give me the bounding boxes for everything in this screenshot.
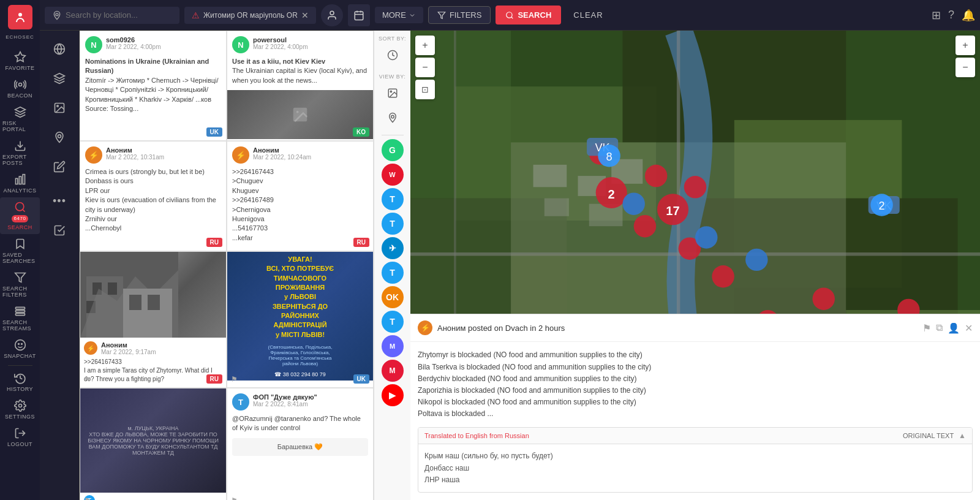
svg-rect-64 <box>545 199 569 216</box>
map-controls-right: + − <box>956 36 975 77</box>
close-tab-button[interactable]: ✕ <box>301 10 309 20</box>
user-button[interactable] <box>321 4 343 26</box>
sidebar-item-favorite[interactable]: FAVORITE <box>0 47 40 75</box>
map-tool-pin[interactable] <box>46 124 73 151</box>
location-icon <box>52 10 62 20</box>
sidebar-item-search-streams[interactable]: SEARCH STREAMS <box>0 301 40 335</box>
svg-rect-3 <box>15 178 17 184</box>
flag-post-button[interactable]: ⚑ <box>922 322 931 334</box>
location-search[interactable] <box>45 7 179 24</box>
svg-line-23 <box>511 17 513 18</box>
post-time: Mar 2 2022, 4:00pm <box>253 44 368 50</box>
svg-rect-4 <box>19 176 21 184</box>
post-card[interactable]: ⚡ Аноним Mar 2 2022, 9:17am >>264167433I… <box>80 251 227 388</box>
map-zoom-in-button-right[interactable]: + <box>956 36 975 55</box>
sidebar-item-saved-searches[interactable]: SAVED SEARCHES <box>0 234 40 268</box>
sidebar-item-risk-portal[interactable]: RISK PORTAL <box>0 102 40 136</box>
dvach-icon: ⚡ <box>418 320 432 335</box>
map-tool-more[interactable]: ••• <box>46 188 73 214</box>
map-tool-edit[interactable] <box>46 153 73 180</box>
twitter-filter-button-3[interactable]: T <box>382 262 404 284</box>
filter-sidebar: SORT BY: VIEW BY: G W T T ✈ T OK T M M ▶ <box>374 31 410 500</box>
search-tab-text: Житомир OR маріуполь OR <box>203 11 298 20</box>
map-tool-globe[interactable] <box>46 36 73 63</box>
post-meta: ФОП "Дуже дякую" Mar 2 2022, 8:41am <box>253 393 368 407</box>
map-tool-photo[interactable] <box>46 94 73 121</box>
calendar-button[interactable] <box>348 4 370 26</box>
map-zoom-out-button[interactable]: − <box>415 58 435 77</box>
svg-text:2: 2 <box>608 188 615 201</box>
search-button[interactable]: SEARCH <box>496 6 561 25</box>
post-card[interactable]: ⚡ Аноним Mar 2 2022, 10:24am >>264167443… <box>227 141 374 251</box>
sidebar-item-search[interactable]: 6470 SEARCH <box>0 197 40 234</box>
location-input[interactable] <box>66 10 157 20</box>
svg-line-7 <box>22 210 24 212</box>
sidebar-label-settings: SETTINGS <box>5 414 35 420</box>
sidebar-item-history[interactable]: HISTORY <box>0 368 40 396</box>
svg-point-12 <box>18 343 19 344</box>
post-card[interactable]: N som0926 Mar 2 2022, 4:00pm Nominations… <box>80 31 227 141</box>
post-card[interactable]: м. ЛУЦЬК, УКРАIНА ХТО ВЖЕ ДО ЛЬВОВА, МОЖ… <box>80 388 227 500</box>
open-external-button[interactable]: ⧉ <box>936 322 943 333</box>
view-image-button[interactable] <box>382 82 404 104</box>
flag-icon: ⚑ <box>84 496 91 500</box>
sidebar-label-search-streams: SEARCH STREAMS <box>2 319 37 331</box>
sort-clock-button[interactable] <box>382 44 404 66</box>
search-tab[interactable]: ⚠ Житомир OR маріуполь OR ✕ <box>184 7 316 24</box>
post-time: Mar 2 2022, 4:00pm <box>106 44 221 50</box>
app-logo <box>8 5 32 29</box>
twitter-filter-button-4[interactable]: T <box>382 311 404 333</box>
translation-box: Translated to English from Russian ORIGI… <box>418 427 973 493</box>
svg-rect-61 <box>533 165 567 187</box>
info-body: Zhytomyr is blockaded (NO food and ammun… <box>410 342 980 427</box>
map-zoom-out-button-right[interactable]: − <box>956 58 975 77</box>
twitter-filter-button-2[interactable]: T <box>382 213 404 235</box>
sidebar-item-snapchat[interactable]: SNAPCHAT <box>0 335 40 363</box>
clear-button[interactable]: CLEAR <box>566 7 610 23</box>
view-pin-button[interactable] <box>382 107 404 129</box>
notifications-icon[interactable]: 🔔 <box>962 9 975 22</box>
post-card[interactable]: N powersoul Mar 2 2022, 4:00pm Use it as… <box>227 31 374 141</box>
sidebar-item-analytics[interactable]: ANALYTICS <box>0 170 40 197</box>
sidebar-item-export-posts[interactable]: EXPORT POSTS <box>0 136 40 170</box>
odnoklassniki-filter-button[interactable]: OK <box>382 286 404 308</box>
post-meta: Аноним Mar 2 2022, 10:31am <box>106 146 221 161</box>
filters-button[interactable]: FILTERS <box>428 6 491 24</box>
post-card[interactable]: УВАГА! ВСІ, ХТО ПОТРЕБУЄ ТИМЧАСОВОГО ПРО… <box>227 251 374 388</box>
post-meta: Аноним Mar 2 2022, 9:17am <box>101 341 222 355</box>
help-icon[interactable]: ? <box>948 9 954 21</box>
svg-point-76 <box>813 287 835 309</box>
svg-marker-1 <box>15 52 25 62</box>
svg-rect-10 <box>15 310 24 312</box>
info-header-actions: ⚑ ⧉ 👤 ✕ <box>922 322 973 334</box>
topbar: ⚠ Житомир OR маріуполь OR ✕ MORE FILTERS… <box>40 0 980 31</box>
original-text-button[interactable]: ORIGINAL TEXT <box>903 432 954 439</box>
map-tool-checkbox[interactable] <box>46 217 73 244</box>
sidebar-item-logout[interactable]: LOGOUT <box>0 423 40 451</box>
post-card[interactable]: ⚡ Аноним Mar 2 2022, 10:31am Crimea is o… <box>80 141 227 251</box>
sidebar-item-beacon[interactable]: BEACON <box>0 75 40 102</box>
post-card[interactable]: T ФОП "Дуже дякую" Mar 2 2022, 8:41am @O… <box>227 388 374 500</box>
map-zoom-in-button[interactable]: + <box>415 36 435 55</box>
meetup-filter-button[interactable]: M <box>382 360 404 382</box>
svg-point-44 <box>391 115 394 118</box>
post-meta: som0926 Mar 2 2022, 4:00pm <box>106 36 221 50</box>
sidebar-item-settings[interactable]: SETTINGS <box>0 396 40 423</box>
map-layers-button[interactable]: ⊡ <box>415 80 435 99</box>
post-username: ФОП "Дуже дякую" <box>253 393 368 401</box>
sidebar-item-search-filters[interactable]: SEARCH FILTERS <box>0 268 40 301</box>
close-info-button[interactable]: ✕ <box>965 322 973 334</box>
svg-text:17: 17 <box>666 204 679 218</box>
more-button[interactable]: MORE <box>375 7 423 23</box>
weibo-filter-button[interactable]: W <box>382 164 404 186</box>
telegram-filter-button[interactable]: ✈ <box>382 237 404 259</box>
youtube-filter-button[interactable]: ▶ <box>382 384 404 406</box>
gab-filter-button[interactable]: G <box>382 139 404 161</box>
map-tool-layers[interactable] <box>46 65 73 92</box>
twitter-filter-button-1[interactable]: T <box>382 188 404 210</box>
translation-toggle[interactable]: ▲ <box>959 431 966 440</box>
mastodon-filter-button[interactable]: M <box>382 335 404 357</box>
user-post-button[interactable]: 👤 <box>948 322 960 334</box>
translation-label: Translated to English from Russian <box>424 432 529 439</box>
grid-icon[interactable]: ⊞ <box>932 9 941 22</box>
